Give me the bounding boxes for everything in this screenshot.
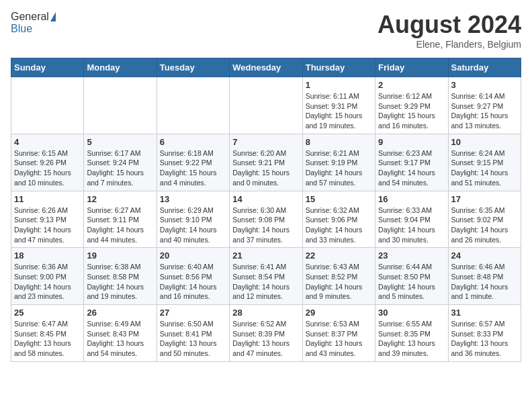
calendar-cell <box>157 77 229 134</box>
day-content: Sunrise: 6:57 AMSunset: 8:33 PMDaylight:… <box>451 319 518 359</box>
calendar-cell: 12Sunrise: 6:27 AMSunset: 9:11 PMDayligh… <box>84 191 157 248</box>
month-title: August 2024 <box>378 11 521 39</box>
day-number: 11 <box>14 194 81 204</box>
day-number: 8 <box>306 137 372 147</box>
calendar-cell: 31Sunrise: 6:57 AMSunset: 8:33 PMDayligh… <box>448 305 521 362</box>
day-content: Sunrise: 6:14 AMSunset: 9:27 PMDaylight:… <box>451 91 518 131</box>
day-number: 22 <box>306 250 372 261</box>
day-content: Sunrise: 6:36 AMSunset: 9:00 PMDaylight:… <box>14 262 81 302</box>
day-content: Sunrise: 6:52 AMSunset: 8:39 PMDaylight:… <box>232 319 299 359</box>
day-content: Sunrise: 6:32 AMSunset: 9:06 PMDaylight:… <box>306 205 372 245</box>
day-number: 13 <box>160 194 226 204</box>
day-number: 6 <box>160 137 226 147</box>
calendar-cell: 8Sunrise: 6:21 AMSunset: 9:19 PMDaylight… <box>302 134 375 191</box>
location-subtitle: Elene, Flanders, Belgium <box>378 39 521 50</box>
calendar-cell: 19Sunrise: 6:38 AMSunset: 8:58 PMDayligh… <box>84 248 157 305</box>
weekday-header-sunday: Sunday <box>11 58 84 77</box>
day-content: Sunrise: 6:27 AMSunset: 9:11 PMDaylight:… <box>87 205 153 245</box>
day-number: 14 <box>232 194 299 204</box>
day-content: Sunrise: 6:41 AMSunset: 8:54 PMDaylight:… <box>232 262 299 302</box>
day-content: Sunrise: 6:17 AMSunset: 9:24 PMDaylight:… <box>87 148 153 188</box>
day-content: Sunrise: 6:44 AMSunset: 8:50 PMDaylight:… <box>378 262 445 302</box>
day-content: Sunrise: 6:29 AMSunset: 9:10 PMDaylight:… <box>160 205 226 245</box>
day-number: 2 <box>378 80 445 90</box>
calendar-cell: 18Sunrise: 6:36 AMSunset: 9:00 PMDayligh… <box>11 248 84 305</box>
day-number: 18 <box>14 250 81 261</box>
day-content: Sunrise: 6:23 AMSunset: 9:17 PMDaylight:… <box>378 148 445 188</box>
calendar-cell: 17Sunrise: 6:35 AMSunset: 9:02 PMDayligh… <box>448 191 521 248</box>
calendar-cell: 13Sunrise: 6:29 AMSunset: 9:10 PMDayligh… <box>157 191 229 248</box>
day-number: 3 <box>451 80 518 90</box>
calendar-cell: 27Sunrise: 6:50 AMSunset: 8:41 PMDayligh… <box>157 305 229 362</box>
day-content: Sunrise: 6:47 AMSunset: 8:45 PMDaylight:… <box>14 319 81 359</box>
title-area: August 2024 Elene, Flanders, Belgium <box>378 11 521 50</box>
calendar-cell: 29Sunrise: 6:53 AMSunset: 8:37 PMDayligh… <box>302 305 375 362</box>
calendar-cell: 14Sunrise: 6:30 AMSunset: 9:08 PMDayligh… <box>230 191 302 248</box>
day-number: 4 <box>14 137 81 147</box>
weekday-header-tuesday: Tuesday <box>157 58 229 77</box>
day-content: Sunrise: 6:40 AMSunset: 8:56 PMDaylight:… <box>160 262 226 302</box>
day-number: 9 <box>378 137 445 147</box>
day-content: Sunrise: 6:46 AMSunset: 8:48 PMDaylight:… <box>451 262 518 302</box>
calendar-cell: 7Sunrise: 6:20 AMSunset: 9:21 PMDaylight… <box>230 134 302 191</box>
calendar-cell <box>230 77 302 134</box>
day-number: 25 <box>14 308 81 318</box>
day-content: Sunrise: 6:33 AMSunset: 9:04 PMDaylight:… <box>378 205 445 245</box>
day-content: Sunrise: 6:43 AMSunset: 8:52 PMDaylight:… <box>306 262 372 302</box>
calendar-cell: 16Sunrise: 6:33 AMSunset: 9:04 PMDayligh… <box>375 191 448 248</box>
day-content: Sunrise: 6:24 AMSunset: 9:15 PMDaylight:… <box>451 148 518 188</box>
day-number: 28 <box>232 308 299 318</box>
day-content: Sunrise: 6:26 AMSunset: 9:13 PMDaylight:… <box>14 205 81 245</box>
day-number: 30 <box>378 308 445 318</box>
calendar-cell: 10Sunrise: 6:24 AMSunset: 9:15 PMDayligh… <box>448 134 521 191</box>
day-number: 27 <box>160 308 226 318</box>
calendar-week-1: 1Sunrise: 6:11 AMSunset: 9:31 PMDaylight… <box>11 77 521 134</box>
calendar-week-4: 18Sunrise: 6:36 AMSunset: 9:00 PMDayligh… <box>11 248 521 305</box>
day-content: Sunrise: 6:30 AMSunset: 9:08 PMDaylight:… <box>232 205 299 245</box>
weekday-header-wednesday: Wednesday <box>230 58 302 77</box>
calendar-cell <box>11 77 84 134</box>
weekday-header-row: SundayMondayTuesdayWednesdayThursdayFrid… <box>11 58 521 77</box>
calendar-cell: 11Sunrise: 6:26 AMSunset: 9:13 PMDayligh… <box>11 191 84 248</box>
day-number: 7 <box>232 137 299 147</box>
calendar-cell: 3Sunrise: 6:14 AMSunset: 9:27 PMDaylight… <box>448 77 521 134</box>
day-number: 29 <box>306 308 372 318</box>
day-content: Sunrise: 6:11 AMSunset: 9:31 PMDaylight:… <box>306 91 372 131</box>
calendar-cell: 6Sunrise: 6:18 AMSunset: 9:22 PMDaylight… <box>157 134 229 191</box>
calendar-week-3: 11Sunrise: 6:26 AMSunset: 9:13 PMDayligh… <box>11 191 521 248</box>
day-content: Sunrise: 6:12 AMSunset: 9:29 PMDaylight:… <box>378 91 445 131</box>
day-number: 20 <box>160 250 226 261</box>
logo: General Blue <box>11 11 56 35</box>
day-content: Sunrise: 6:15 AMSunset: 9:26 PMDaylight:… <box>14 148 81 188</box>
logo-blue-text: Blue <box>11 23 32 35</box>
calendar-cell: 4Sunrise: 6:15 AMSunset: 9:26 PMDaylight… <box>11 134 84 191</box>
calendar-cell: 21Sunrise: 6:41 AMSunset: 8:54 PMDayligh… <box>230 248 302 305</box>
day-number: 16 <box>378 194 445 204</box>
calendar-cell: 2Sunrise: 6:12 AMSunset: 9:29 PMDaylight… <box>375 77 448 134</box>
day-number: 23 <box>378 250 445 261</box>
day-number: 5 <box>87 137 153 147</box>
logo-general-text: General <box>11 11 49 23</box>
day-number: 1 <box>306 80 372 90</box>
calendar-cell: 30Sunrise: 6:55 AMSunset: 8:35 PMDayligh… <box>375 305 448 362</box>
day-number: 10 <box>451 137 518 147</box>
logo-triangle-icon <box>50 12 56 21</box>
weekday-header-thursday: Thursday <box>302 58 375 77</box>
day-number: 19 <box>87 250 153 261</box>
calendar-cell: 24Sunrise: 6:46 AMSunset: 8:48 PMDayligh… <box>448 248 521 305</box>
calendar-table: SundayMondayTuesdayWednesdayThursdayFrid… <box>11 58 521 362</box>
calendar-cell: 1Sunrise: 6:11 AMSunset: 9:31 PMDaylight… <box>302 77 375 134</box>
day-content: Sunrise: 6:38 AMSunset: 8:58 PMDaylight:… <box>87 262 153 302</box>
day-content: Sunrise: 6:53 AMSunset: 8:37 PMDaylight:… <box>306 319 372 359</box>
day-content: Sunrise: 6:20 AMSunset: 9:21 PMDaylight:… <box>232 148 299 188</box>
calendar-week-2: 4Sunrise: 6:15 AMSunset: 9:26 PMDaylight… <box>11 134 521 191</box>
calendar-week-5: 25Sunrise: 6:47 AMSunset: 8:45 PMDayligh… <box>11 305 521 362</box>
calendar-cell: 5Sunrise: 6:17 AMSunset: 9:24 PMDaylight… <box>84 134 157 191</box>
day-number: 15 <box>306 194 372 204</box>
page-header: General Blue August 2024 Elene, Flanders… <box>11 11 521 50</box>
day-number: 12 <box>87 194 153 204</box>
day-number: 24 <box>451 250 518 261</box>
calendar-cell: 25Sunrise: 6:47 AMSunset: 8:45 PMDayligh… <box>11 305 84 362</box>
calendar-cell: 23Sunrise: 6:44 AMSunset: 8:50 PMDayligh… <box>375 248 448 305</box>
day-number: 21 <box>232 250 299 261</box>
